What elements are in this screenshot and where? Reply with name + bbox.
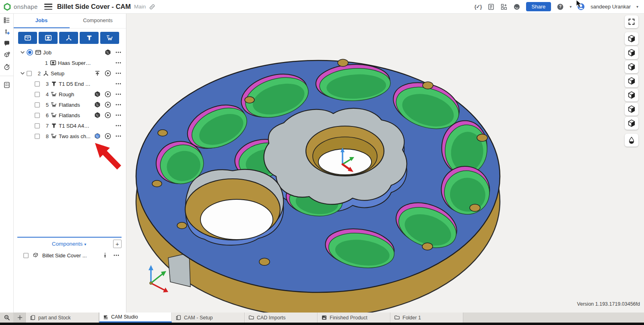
learning-center-icon[interactable] [513, 3, 520, 10]
machine-button[interactable] [39, 32, 58, 44]
chevron-down-icon[interactable] [19, 49, 26, 56]
notes-icon[interactable] [3, 81, 10, 89]
view-cube-button-2[interactable] [625, 46, 638, 59]
view-cube-button-7[interactable] [625, 117, 638, 130]
tree-label: Job [43, 50, 52, 56]
tree-row-operation[interactable]: 4 Rough [13, 89, 126, 99]
bottom-black-strip [0, 323, 644, 325]
avatar[interactable] [577, 3, 585, 10]
row-menu-icon[interactable] [115, 112, 122, 118]
checkbox[interactable] [34, 112, 40, 118]
row-menu-icon[interactable] [115, 133, 122, 139]
user-name[interactable]: sandeep Urankar [590, 4, 631, 10]
raise-to-top-icon[interactable] [94, 70, 101, 77]
tree-row-operation[interactable]: 8 Two axis ch... [13, 131, 126, 141]
doc-tab-cam-setup[interactable]: CAM - Setup [172, 313, 245, 323]
simulation-cube-icon-active[interactable] [94, 133, 101, 139]
onshape-logo-icon [3, 3, 11, 11]
row-menu-icon[interactable] [115, 60, 122, 66]
checkbox[interactable] [34, 81, 40, 87]
tree-row-machine[interactable]: 1 Haas Super Mini... [13, 58, 126, 68]
row-menu-icon[interactable] [115, 70, 122, 77]
row-menu-icon[interactable] [115, 122, 122, 129]
tree-label: Haas Super Mini... [58, 60, 92, 66]
view-cube-button-1[interactable] [625, 32, 638, 45]
apps-icon[interactable] [500, 3, 508, 10]
link-icon[interactable] [149, 4, 155, 10]
tree-row-operation[interactable]: 5 Flatlands [13, 99, 126, 110]
view-cube-button-6[interactable] [625, 103, 638, 116]
checkbox[interactable] [34, 91, 40, 97]
workspace-label[interactable]: Main [134, 4, 146, 10]
checkbox[interactable] [26, 70, 32, 77]
tab-components[interactable]: Components [70, 13, 126, 28]
doc-tab-finished-product[interactable]: Finished Product [318, 313, 390, 323]
help-icon[interactable] [557, 3, 564, 10]
document-tab-bar: part and Stock CAM Studio CAM - Setup CA… [0, 313, 644, 323]
new-setup-button[interactable] [59, 32, 78, 44]
release-notes-icon[interactable] [487, 3, 495, 10]
timer-icon[interactable] [3, 63, 10, 70]
chevron-down-icon[interactable] [19, 70, 26, 77]
checkbox[interactable] [23, 253, 29, 259]
row-menu-icon[interactable] [113, 252, 120, 259]
versions-code-icon[interactable] [474, 4, 481, 10]
simulation-cube-icon[interactable] [105, 49, 111, 56]
row-menu-icon[interactable] [115, 81, 122, 87]
help-caret-icon[interactable] [570, 4, 572, 9]
checkbox[interactable] [34, 133, 40, 139]
row-menu-icon[interactable] [115, 49, 122, 56]
add-tab-button[interactable] [13, 313, 26, 323]
new-tool-button[interactable] [80, 32, 99, 44]
play-icon[interactable] [105, 70, 111, 77]
user-caret-icon[interactable] [636, 4, 638, 9]
new-job-button[interactable] [18, 32, 37, 44]
annotation-arrow [90, 138, 127, 175]
tree-row-tool[interactable]: 7 T1 SD4 A45 Cha... [13, 120, 126, 131]
toolpath-icon [106, 34, 114, 41]
simulation-cube-icon[interactable] [94, 101, 101, 108]
tab-jobs[interactable]: Jobs [13, 13, 70, 28]
radio-selected[interactable] [26, 49, 33, 56]
onshape-logo[interactable]: onshape [0, 3, 42, 11]
search-tabs-icon[interactable] [0, 313, 13, 323]
view-cube-button-4[interactable] [625, 75, 638, 87]
component-row[interactable]: Billet Side Cover ... [13, 250, 126, 261]
row-menu-icon[interactable] [115, 101, 122, 108]
simulation-cube-icon[interactable] [94, 91, 101, 97]
new-operation-button[interactable] [100, 32, 119, 44]
comment-icon[interactable] [3, 40, 10, 47]
simulation-cube-icon[interactable] [94, 112, 101, 118]
row-menu-icon[interactable] [115, 91, 122, 97]
view-triad [149, 265, 168, 292]
doc-tab-cam-studio[interactable]: CAM Studio [99, 313, 172, 323]
doc-tab-part-and-stock[interactable]: part and Stock [26, 313, 99, 323]
view-cube-button-5[interactable] [625, 89, 638, 101]
fullscreen-button[interactable] [625, 15, 638, 28]
play-icon[interactable] [105, 133, 111, 139]
components-header[interactable]: Components [25, 241, 113, 247]
add-datum-icon[interactable] [3, 28, 10, 35]
tree-row-setup[interactable]: 2 Setup [13, 68, 126, 79]
main-menu-icon[interactable] [44, 4, 52, 10]
view-cube-button-3[interactable] [625, 60, 638, 73]
measure-icon[interactable] [3, 52, 10, 59]
tree-row-job[interactable]: Job [13, 47, 126, 58]
play-icon[interactable] [105, 101, 111, 108]
view-toolbar [625, 15, 638, 147]
play-icon[interactable] [105, 112, 111, 118]
share-button[interactable]: Share [526, 2, 551, 11]
add-component-button[interactable]: + [113, 240, 122, 248]
tree-row-tool[interactable]: 3 T1 D5 End mill [13, 79, 126, 89]
tree-row-operation[interactable]: 6 Flatlands [13, 110, 126, 120]
checkbox[interactable] [34, 102, 40, 108]
origin-axis-icon[interactable] [102, 252, 108, 259]
setup-icon [65, 34, 72, 41]
shaded-view-button[interactable] [625, 134, 638, 147]
doc-tab-cad-imports[interactable]: CAD Imports [245, 313, 318, 323]
doc-tab-folder-1[interactable]: Folder 1 [390, 313, 463, 323]
toolpath-icon [51, 133, 57, 139]
feature-list-icon[interactable] [3, 17, 10, 24]
play-icon[interactable] [105, 91, 111, 97]
checkbox[interactable] [34, 123, 40, 129]
